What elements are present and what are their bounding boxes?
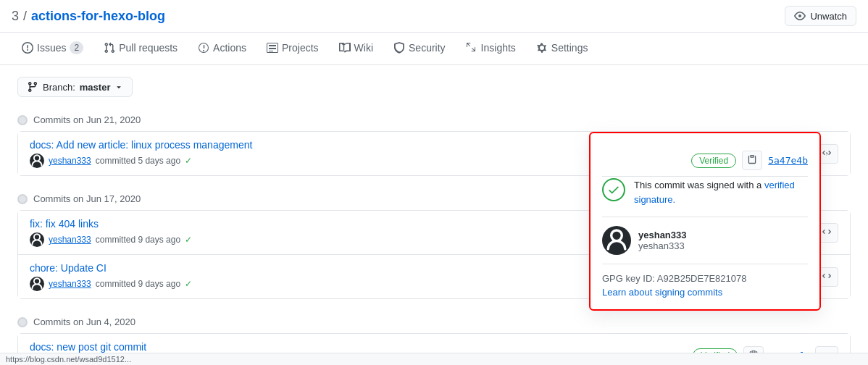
tab-actions-label: Actions bbox=[213, 42, 246, 54]
wiki-icon bbox=[339, 42, 351, 54]
eye-icon bbox=[794, 10, 806, 22]
nav-tabs: Issues 2 Pull requests Actions Projects … bbox=[0, 33, 868, 65]
person-icon bbox=[30, 154, 44, 168]
date-jun21: Commits on Jun 21, 2020 bbox=[33, 114, 141, 125]
date-jun4: Commits on Jun 4, 2020 bbox=[33, 316, 135, 327]
popup-header: This commit was signed with a verified s… bbox=[602, 178, 808, 206]
commit-ago: committed 9 days ago bbox=[96, 279, 180, 289]
top-bar: 3 / actions-for-hexo-blog Unwatch bbox=[0, 0, 868, 33]
popup-copy-button[interactable] bbox=[742, 151, 762, 170]
commit-author-link[interactable]: yeshan333 bbox=[49, 235, 91, 245]
avatar bbox=[30, 232, 44, 247]
popup-user-info: yeshan333 yeshan333 bbox=[638, 230, 687, 251]
tab-issues[interactable]: Issues 2 bbox=[12, 33, 93, 64]
tab-wiki-label: Wiki bbox=[354, 42, 373, 54]
tab-security[interactable]: Security bbox=[383, 33, 456, 64]
popup-gpg-id: GPG key ID: A92B25DE7E821078 bbox=[602, 273, 746, 284]
tab-pull-requests-label: Pull requests bbox=[119, 42, 178, 54]
popup-gpg: GPG key ID: A92B25DE7E821078 Learn about… bbox=[602, 273, 808, 298]
chevron-down-icon bbox=[114, 83, 123, 91]
avatar bbox=[30, 154, 44, 168]
popup-check-circle bbox=[602, 178, 625, 201]
popup-user: yeshan333 yeshan333 bbox=[602, 217, 808, 264]
projects-icon bbox=[267, 42, 278, 54]
unwatch-label: Unwatch bbox=[810, 11, 847, 22]
commit-item: docs: Add new article: linux process man… bbox=[18, 132, 850, 175]
tab-insights[interactable]: Insights bbox=[456, 33, 526, 64]
tab-projects-label: Projects bbox=[282, 42, 319, 54]
popup-hash[interactable]: 5a47e4b bbox=[768, 155, 808, 166]
issues-badge: 2 bbox=[70, 41, 83, 54]
popup-title: This commit was signed with a verified s… bbox=[634, 178, 808, 206]
branch-selector[interactable]: Branch: master bbox=[17, 77, 133, 97]
insights-icon bbox=[466, 42, 477, 54]
tab-settings[interactable]: Settings bbox=[526, 33, 598, 64]
repo-parent: 3 bbox=[12, 9, 19, 24]
popup-username: yeshan333 bbox=[638, 230, 687, 240]
angle-brackets-icon bbox=[822, 148, 832, 158]
commit-author-link[interactable]: yeshan333 bbox=[49, 156, 91, 166]
angle-brackets-icon bbox=[822, 227, 832, 237]
status-bar: https://blog.csdn.net/wsad9d1512... bbox=[0, 353, 868, 365]
tab-projects[interactable]: Projects bbox=[256, 33, 329, 64]
branch-label: Branch: bbox=[43, 82, 75, 93]
repo-name-link[interactable]: actions-for-hexo-blog bbox=[31, 9, 165, 24]
popup-box: Verified 5a47e4b bbox=[589, 132, 821, 311]
pull-request-icon bbox=[104, 42, 115, 54]
check-icon: ✓ bbox=[185, 156, 192, 166]
actions-icon bbox=[198, 42, 209, 54]
status-url: https://blog.csdn.net/wsad9d1512... bbox=[6, 355, 131, 364]
popup-person-icon bbox=[604, 227, 630, 253]
avatar bbox=[30, 277, 44, 291]
tab-settings-label: Settings bbox=[551, 42, 588, 54]
person-icon bbox=[30, 277, 44, 291]
popup-avatar bbox=[602, 226, 631, 255]
tab-issues-label: Issues bbox=[37, 42, 66, 54]
issues-icon bbox=[22, 42, 33, 54]
angle-brackets-icon bbox=[822, 271, 832, 281]
commits-section: Commits on Jun 21, 2020 docs: Add new ar… bbox=[17, 109, 851, 365]
security-icon bbox=[393, 42, 405, 54]
tab-actions[interactable]: Actions bbox=[188, 33, 256, 64]
popup-gpg-link[interactable]: Learn about signing commits bbox=[602, 287, 808, 298]
branch-icon bbox=[27, 81, 38, 93]
check-icon: ✓ bbox=[185, 235, 192, 245]
date-jun17: Commits on Jun 17, 2020 bbox=[33, 193, 141, 204]
check-icon: ✓ bbox=[185, 279, 192, 289]
date-header-jun4: Commits on Jun 4, 2020 bbox=[17, 311, 851, 333]
person-icon bbox=[30, 232, 44, 247]
unwatch-button[interactable]: Unwatch bbox=[785, 6, 856, 26]
tab-wiki[interactable]: Wiki bbox=[329, 33, 383, 64]
commit-ago: committed 5 days ago bbox=[96, 156, 180, 166]
date-header-jun21: Commits on Jun 21, 2020 bbox=[17, 109, 851, 131]
settings-icon bbox=[536, 42, 548, 54]
branch-name: master bbox=[80, 82, 111, 93]
popup-check-icon bbox=[607, 183, 620, 196]
commit-author-link[interactable]: yeshan333 bbox=[49, 279, 91, 289]
popup-top-row: Verified 5a47e4b bbox=[602, 145, 808, 177]
tab-security-label: Security bbox=[409, 42, 446, 54]
commit-ago: committed 9 days ago bbox=[96, 235, 180, 245]
verified-popup: Verified 5a47e4b bbox=[589, 132, 821, 311]
popup-verified-badge[interactable]: Verified bbox=[691, 154, 736, 168]
commit-list-jun21: docs: Add new article: linux process man… bbox=[17, 131, 851, 176]
repo-separator: / bbox=[23, 9, 27, 24]
tab-insights-label: Insights bbox=[481, 42, 516, 54]
tab-pull-requests[interactable]: Pull requests bbox=[93, 33, 188, 64]
popup-user-sub: yeshan333 bbox=[638, 240, 687, 251]
commit-message-docs-git-link[interactable]: docs: new post git commit bbox=[30, 341, 693, 353]
popup-title-text: This commit was signed with a bbox=[634, 180, 761, 190]
main-content: Branch: master Commits on Jun 21, 2020 d… bbox=[0, 65, 868, 365]
repo-title: 3 / actions-for-hexo-blog bbox=[12, 9, 165, 24]
popup-clipboard-icon bbox=[747, 154, 757, 164]
